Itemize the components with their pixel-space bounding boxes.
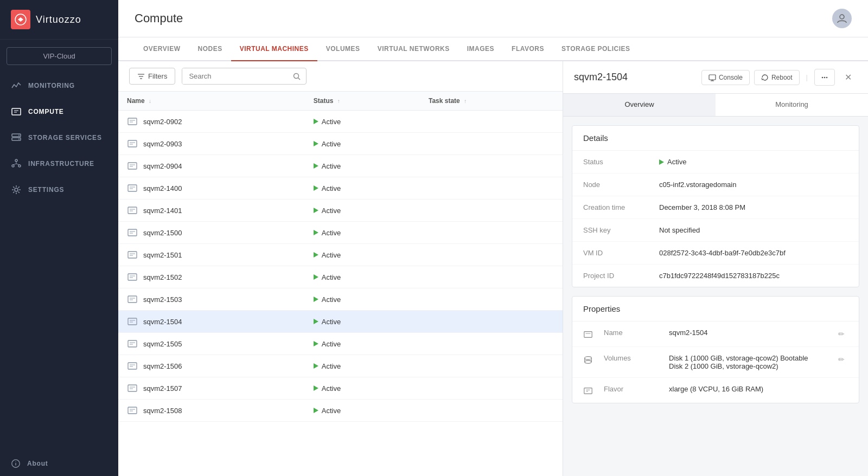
svg-rect-66 [709,75,716,80]
sidebar-about[interactable]: About [0,451,118,476]
svg-rect-78 [584,388,592,394]
sidebar-infrastructure-label: Infrastructure [28,160,94,168]
table-row[interactable]: sqvm2-1503 Active [118,288,563,311]
property-row: Volumes Disk 1 (1000 GiB, vstorage-qcow2… [572,347,859,378]
vm-name-cell: sqvm2-1506 [143,362,182,370]
virtuozzo-logo-icon [11,10,30,29]
user-avatar[interactable] [832,9,852,28]
filters-button[interactable]: Filters [129,68,175,85]
table-row[interactable]: sqvm2-1505 Active [118,333,563,355]
console-icon [709,74,716,81]
vm-name-cell: sqvm2-1503 [143,295,182,304]
header-actions [832,9,852,28]
col-header-name[interactable]: Name ↓ [118,92,305,111]
status-value: Active [322,407,341,415]
sidebar-item-monitoring[interactable]: Monitoring [0,73,118,99]
tab-nodes[interactable]: Nodes [189,37,231,61]
detail-panel: sqvm2-1504 Console [563,61,868,476]
sidebar: Virtuozzo VIP-Cloud Monitoring Compute [0,0,118,476]
list-toolbar: Filters [118,61,563,92]
status-value: Active [322,140,341,148]
task-state-cell [420,400,563,422]
table-row[interactable]: sqvm2-1400 Active [118,177,563,200]
more-actions-button[interactable] [814,69,835,85]
vm-row-icon [127,294,138,305]
tab-virtual-networks[interactable]: Virtual Networks [369,37,458,61]
detail-tab-monitoring[interactable]: Monitoring [716,94,868,116]
table-row[interactable]: sqvm2-1508 Active [118,400,563,422]
field-value: c7b1fdc9722248f49d152783187b225c [659,272,848,280]
sidebar-logo-text: Virtuozzo [36,14,81,25]
tab-volumes[interactable]: Volumes [317,37,369,61]
svg-point-9 [12,165,14,167]
svg-rect-39 [128,229,137,236]
task-state-cell [420,222,563,244]
svg-rect-57 [128,363,137,369]
vm-name-cell: sqvm2-1400 [143,184,182,192]
table-row[interactable]: sqvm2-1401 Active [118,200,563,222]
detail-close-button[interactable]: ✕ [839,69,857,86]
table-row[interactable]: sqvm2-0904 Active [118,155,563,177]
more-icon [820,73,829,82]
svg-point-7 [18,139,20,140]
table-row[interactable]: sqvm2-1501 Active [118,244,563,266]
sidebar-item-settings[interactable]: Settings [0,177,118,203]
task-state-cell [420,355,563,377]
prop-value: sqvm2-1504 [669,329,831,337]
vm-name-cell: sqvm2-1500 [143,229,182,237]
table-row[interactable]: sqvm2-1500 Active [118,222,563,244]
search-button[interactable] [288,68,306,84]
tab-overview[interactable]: Overview [135,37,189,61]
svg-point-6 [18,135,20,136]
console-button[interactable]: Console [701,70,750,85]
tab-images[interactable]: Images [458,37,503,61]
svg-rect-24 [128,118,137,125]
svg-rect-63 [128,407,137,414]
table-row[interactable]: sqvm2-1507 Active [118,377,563,400]
vm-row-icon [127,183,138,194]
table-row[interactable]: sqvm2-1506 Active [118,355,563,377]
vm-row-icon [127,249,138,260]
vm-name-cell: sqvm2-1401 [143,207,182,215]
vm-row-icon [127,227,138,238]
svg-rect-33 [128,185,137,191]
vm-name-cell: sqvm2-1501 [143,251,182,259]
svg-point-77 [585,361,592,363]
detail-tab-overview[interactable]: Overview [563,94,716,116]
sidebar-item-storage-services[interactable]: Storage Services [0,125,118,151]
status-value: Active [322,273,341,281]
detail-tabs: Overview Monitoring [563,94,868,117]
status-icon [314,385,318,391]
filters-label: Filters [148,72,167,80]
svg-point-8 [15,159,17,162]
task-state-cell [420,311,563,333]
edit-property-button[interactable]: ✏ [835,354,848,365]
table-row[interactable]: sqvm2-1504 Active [118,311,563,333]
search-input[interactable] [182,68,288,84]
status-icon [314,363,318,369]
prop-label: Flavor [604,385,669,393]
status-sort-icon: ↑ [337,98,340,104]
table-row[interactable]: sqvm2-1502 Active [118,266,563,288]
details-section-title: Details [572,126,859,151]
sidebar-item-infrastructure[interactable]: Infrastructure [0,151,118,177]
edit-property-button[interactable]: ✏ [835,329,848,339]
table-row[interactable]: sqvm2-0902 Active [118,111,563,133]
properties-section-title: Properties [572,297,859,321]
svg-rect-45 [128,274,137,280]
tab-storage-policies[interactable]: Storage Policies [553,37,639,61]
tab-virtual-machines[interactable]: Virtual Machines [231,37,317,61]
status-icon [314,297,318,302]
detail-field-row: Status Active [572,151,859,173]
col-header-task-state[interactable]: Task state ↑ [420,92,563,111]
status-icon [314,252,318,258]
status-value: Active [322,384,341,393]
task-state-cell [420,200,563,222]
prop-icon [583,385,599,396]
col-header-status[interactable]: Status ↑ [305,92,420,111]
tab-flavors[interactable]: Flavors [503,37,553,61]
table-row[interactable]: sqvm2-0903 Active [118,133,563,155]
sidebar-item-compute[interactable]: Compute [0,99,118,125]
cloud-selector-button[interactable]: VIP-Cloud [7,47,112,65]
reboot-button[interactable]: Reboot [754,70,800,85]
